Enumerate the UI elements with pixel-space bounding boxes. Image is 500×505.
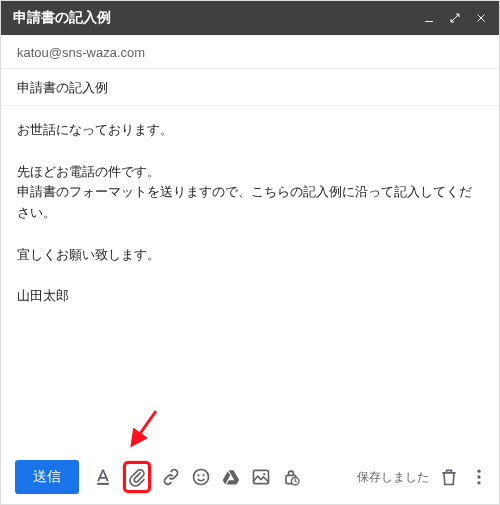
emoji-icon[interactable] bbox=[191, 467, 211, 487]
more-icon[interactable] bbox=[469, 467, 489, 487]
formatting-icon[interactable] bbox=[93, 467, 113, 487]
to-field[interactable]: katou@sns-waza.com bbox=[1, 35, 499, 69]
subject-field[interactable]: 申請書の記入例 bbox=[1, 69, 499, 106]
to-value: katou@sns-waza.com bbox=[17, 45, 145, 60]
fullscreen-icon[interactable] bbox=[449, 12, 461, 24]
compose-title: 申請書の記入例 bbox=[13, 9, 111, 27]
bottom-right-group: 保存しました bbox=[357, 467, 489, 487]
attach-highlight-box bbox=[123, 461, 151, 493]
svg-point-10 bbox=[477, 470, 480, 473]
subject-value: 申請書の記入例 bbox=[17, 80, 108, 95]
svg-rect-0 bbox=[425, 21, 433, 22]
link-icon[interactable] bbox=[161, 467, 181, 487]
svg-point-4 bbox=[197, 474, 199, 476]
body-field[interactable]: お世話になっております。 先ほどお電話の件です。 申請書のフォーマットを送ります… bbox=[1, 106, 499, 450]
confidential-icon[interactable] bbox=[281, 467, 301, 487]
svg-point-5 bbox=[202, 474, 204, 476]
svg-point-3 bbox=[194, 470, 209, 485]
send-button[interactable]: 送信 bbox=[15, 460, 79, 494]
close-icon[interactable] bbox=[475, 12, 487, 24]
svg-rect-2 bbox=[97, 483, 109, 485]
svg-point-12 bbox=[477, 481, 480, 484]
compose-tools bbox=[93, 461, 301, 493]
saved-status: 保存しました bbox=[357, 469, 429, 486]
window-controls bbox=[423, 12, 487, 24]
body-text: お世話になっております。 先ほどお電話の件です。 申請書のフォーマットを送ります… bbox=[17, 122, 472, 303]
trash-icon[interactable] bbox=[439, 467, 459, 487]
svg-point-7 bbox=[263, 473, 265, 475]
svg-point-11 bbox=[477, 475, 480, 478]
bottom-toolbar: 送信 bbox=[1, 450, 499, 504]
compose-window: 申請書の記入例 katou@sns-waza.com 申請書の記入例 お世話にな… bbox=[0, 0, 500, 505]
compose-header: 申請書の記入例 bbox=[1, 1, 499, 35]
photo-icon[interactable] bbox=[251, 467, 271, 487]
paperclip-icon[interactable] bbox=[127, 467, 147, 487]
minimize-icon[interactable] bbox=[423, 12, 435, 24]
drive-icon[interactable] bbox=[221, 467, 241, 487]
svg-rect-6 bbox=[254, 470, 269, 483]
